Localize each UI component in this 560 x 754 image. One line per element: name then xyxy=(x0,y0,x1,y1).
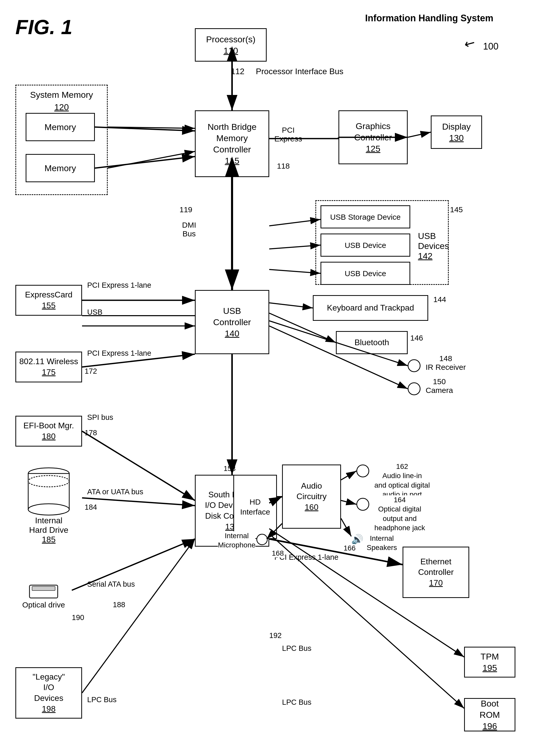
lpc-bus-left: LPC Bus xyxy=(87,695,116,704)
lpc-bus-right-1: LPC Bus xyxy=(282,644,311,653)
hd-interface-box: HDInter­face xyxy=(233,475,277,539)
svg-line-45 xyxy=(108,151,195,168)
internal-hd-box: InternalHard Drive 185 xyxy=(15,467,82,534)
usb-storage-box: USB Storage Device xyxy=(321,205,410,228)
processor-box: Processor(s) 110 xyxy=(195,28,267,62)
camera-label: 150Camera xyxy=(426,377,453,395)
audio-line-in-icon xyxy=(356,465,369,477)
system-number: 100 xyxy=(483,41,498,52)
bluetooth-box: Bluetooth xyxy=(336,331,408,354)
graphics-box: GraphicsController 125 xyxy=(338,110,408,164)
svg-line-32 xyxy=(82,498,195,506)
ref-190: 190 xyxy=(72,613,84,622)
system-label: Information Handling System xyxy=(365,13,493,24)
svg-line-14 xyxy=(408,132,431,137)
ref-118: 118 xyxy=(277,162,290,170)
svg-line-42 xyxy=(341,518,351,536)
svg-line-21 xyxy=(269,303,313,308)
optical-out-icon xyxy=(356,498,369,511)
svg-line-18 xyxy=(269,219,321,226)
ref-184: 184 xyxy=(85,503,97,511)
optical-drive-box: Optical drive xyxy=(15,583,72,613)
wireless-box: 802.11 Wireless 175 xyxy=(15,352,82,382)
memory2-box: Memory xyxy=(26,154,95,182)
ref-145: 145 xyxy=(450,205,463,214)
usb-device2-box: USB Device xyxy=(321,262,410,285)
ref-146: 146 xyxy=(410,334,423,342)
spi-bus-label: SPI bus xyxy=(87,413,113,422)
camera-icon xyxy=(408,382,421,395)
display-box: Display 130 xyxy=(431,115,482,149)
internal-speakers-icon: 🔊 xyxy=(351,534,363,545)
ref-144: 144 xyxy=(433,295,446,304)
usb-label: USB xyxy=(87,308,103,316)
system-arrow: ↙ xyxy=(462,34,478,52)
hd-interface-bus-label: 158 xyxy=(224,465,236,473)
svg-line-39 xyxy=(341,471,356,480)
ir-receiver-icon xyxy=(408,359,421,372)
lpc-bus-right-2: LPC Bus xyxy=(282,698,311,707)
legacy-io-box: "Legacy"I/ODevices 198 xyxy=(15,667,82,719)
dmi-label-text: DMIBus xyxy=(182,221,196,238)
keyboard-box: Keyboard and Trackpad xyxy=(313,295,428,321)
ref-192: 192 xyxy=(269,631,282,640)
svg-line-15 xyxy=(95,127,195,131)
ata-bus-label: ATA or UATA bus xyxy=(87,488,143,496)
efi-boot-box: EFI-Boot Mgr. 180 xyxy=(15,416,82,447)
svg-line-19 xyxy=(269,245,321,249)
usb-controller-box: USBController 140 xyxy=(195,290,269,354)
svg-line-40 xyxy=(341,500,356,504)
svg-line-44 xyxy=(108,127,195,128)
internal-mic-label: InternalMicrophone xyxy=(218,531,255,550)
tpm-box: TPM 195 xyxy=(464,647,515,678)
ref-168: 168 xyxy=(272,549,284,557)
ref-178: 178 xyxy=(85,429,97,437)
audio-circuitry-box: AudioCircuitry 160 xyxy=(282,465,341,529)
dmi-bus-label: 119 xyxy=(179,205,192,214)
pci-express-label: PCIExpress xyxy=(274,126,302,143)
ethernet-box: EthernetController 170 xyxy=(403,547,469,598)
memory1-box: Memory xyxy=(26,113,95,141)
svg-point-3 xyxy=(28,476,69,487)
svg-rect-5 xyxy=(32,586,55,591)
usb-device1-box: USB Device xyxy=(321,234,410,257)
usb-devices-label: USBDevices 142 xyxy=(418,231,449,261)
pci-1lane-ethernet: PCI Express 1-lane xyxy=(274,553,338,562)
serial-ata-label: Serial ATA bus xyxy=(87,580,135,588)
svg-line-20 xyxy=(269,269,321,273)
north-bridge-box: North BridgeMemoryController 115 xyxy=(195,110,269,177)
pci-1lane-express-2: PCI Express 1-lane xyxy=(87,349,151,357)
svg-line-34 xyxy=(82,539,195,693)
svg-point-2 xyxy=(28,504,69,515)
ref-188: 188 xyxy=(113,601,125,609)
audio-line-in-label: 162 Audio line-inand optical digitalaudi… xyxy=(374,462,430,499)
svg-line-16 xyxy=(95,157,195,168)
expresscard-box: ExpressCard 155 xyxy=(15,285,82,316)
pci-1lane-express-1: PCI Express 1-lane xyxy=(87,281,151,289)
internal-speakers-label: InternalSpeakers xyxy=(367,534,397,553)
ref-172: 172 xyxy=(85,367,97,375)
fig-title: FIG. 1 xyxy=(15,15,72,39)
internal-mic-icon xyxy=(256,534,268,545)
boot-rom-box: BootROM 196 xyxy=(464,698,515,731)
ir-receiver-label: 148IR Receiver xyxy=(426,354,466,372)
optical-out-label: 164 Optical digitaloutput andheadphone j… xyxy=(374,495,425,533)
ref-166: 166 xyxy=(344,544,356,552)
processor-bus-label: 112 Processor Interface Bus xyxy=(231,67,343,76)
